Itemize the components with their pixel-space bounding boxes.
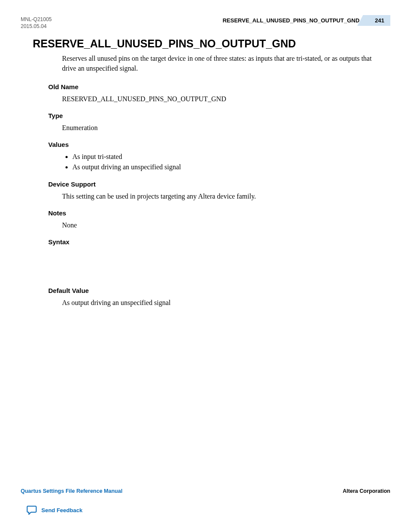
list-item: As input tri-stated: [72, 152, 390, 162]
send-feedback-link[interactable]: Send Feedback: [27, 505, 82, 515]
section-body: None: [62, 220, 390, 230]
page-number: 241: [365, 15, 390, 26]
section-syntax: Syntax: [48, 238, 390, 279]
section-device-support: Device Support This setting can be used …: [48, 180, 390, 202]
header-breadcrumb: RESERVE_ALL_UNUSED_PINS_NO_OUTPUT_GND: [223, 17, 360, 24]
doc-meta: MNL-Q21005 2015.05.04: [21, 16, 52, 30]
section-heading: Syntax: [48, 238, 390, 246]
section-body: As output driving an unspecified signal: [62, 298, 390, 308]
section-notes: Notes None: [48, 209, 390, 230]
section-body: This setting can be used in projects tar…: [62, 191, 390, 202]
list-item: As output driving an unspecified signal: [72, 162, 390, 173]
speech-bubble-icon: [27, 505, 37, 515]
section-default-value: Default Value As output driving an unspe…: [48, 287, 390, 308]
syntax-placeholder: [48, 249, 390, 279]
page-number-tab: 241: [365, 16, 390, 24]
section-heading: Type: [48, 112, 390, 119]
send-feedback-label: Send Feedback: [41, 507, 82, 513]
values-list: As input tri-stated As output driving an…: [72, 152, 390, 173]
section-heading: Notes: [48, 209, 390, 217]
section-heading: Values: [48, 141, 390, 148]
section-body: RESERVED_ALL_UNUSED_PINS_NO_OUTPUT_GND: [62, 94, 390, 104]
section-heading: Default Value: [48, 287, 390, 294]
header-right: RESERVE_ALL_UNUSED_PINS_NO_OUTPUT_GND 24…: [223, 16, 390, 24]
page-footer: Quartus Settings File Reference Manual A…: [21, 488, 390, 494]
section-type: Type Enumeration: [48, 112, 390, 133]
section-heading: Old Name: [48, 83, 390, 90]
page-header: MNL-Q21005 2015.05.04 RESERVE_ALL_UNUSED…: [21, 16, 390, 30]
intro-paragraph: Reserves all unused pins on the target d…: [62, 53, 381, 73]
section-values: Values As input tri-stated As output dri…: [48, 141, 390, 173]
doc-date: 2015.05.04: [21, 23, 52, 30]
section-heading: Device Support: [48, 180, 390, 188]
topic-title: RESERVE_ALL_UNUSED_PINS_NO_OUTPUT_GND: [33, 37, 390, 50]
section-body: Enumeration: [62, 123, 390, 133]
manual-title-link[interactable]: Quartus Settings File Reference Manual: [21, 488, 122, 494]
company-name: Altera Corporation: [343, 488, 390, 494]
doc-id: MNL-Q21005: [21, 16, 52, 23]
section-old-name: Old Name RESERVED_ALL_UNUSED_PINS_NO_OUT…: [48, 83, 390, 104]
